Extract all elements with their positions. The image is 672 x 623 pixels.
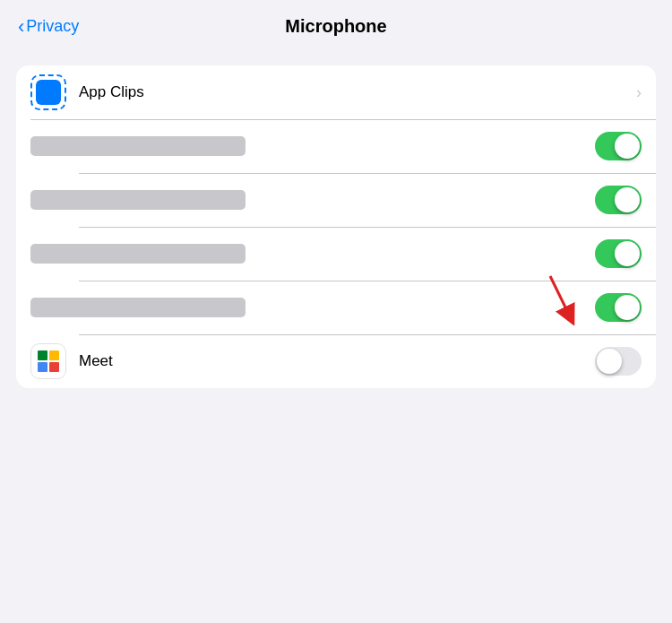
- toggle-knob-4: [615, 295, 640, 320]
- meet-app-icon: [30, 343, 66, 379]
- back-button[interactable]: ‹ Privacy: [18, 17, 79, 37]
- svg-rect-1: [38, 350, 47, 360]
- app-name-placeholder-2: [30, 190, 246, 210]
- app-name-placeholder-1: [30, 136, 246, 156]
- toggle-app-2[interactable]: [595, 186, 642, 214]
- settings-card: App Clips ›: [16, 65, 656, 388]
- app-row-3: [16, 227, 656, 281]
- chevron-left-icon: ‹: [18, 17, 24, 37]
- app-name-placeholder-3: [30, 244, 246, 264]
- navigation-header: ‹ Privacy Microphone: [0, 0, 672, 49]
- toggle-knob-1: [615, 134, 640, 159]
- toggle-meet[interactable]: [595, 347, 642, 376]
- toggle-app-4[interactable]: [595, 293, 642, 322]
- toggle-knob-3: [615, 241, 640, 266]
- svg-rect-4: [49, 362, 59, 372]
- app-name-placeholder-4: [30, 298, 246, 317]
- back-label: Privacy: [26, 17, 79, 36]
- svg-rect-3: [38, 362, 47, 372]
- toggle-app-3[interactable]: [595, 239, 642, 268]
- meet-label: Meet: [79, 352, 595, 370]
- app-clips-icon: [30, 74, 66, 110]
- meet-row: Meet: [16, 334, 656, 388]
- app-row-2: [16, 173, 656, 227]
- app-clips-row[interactable]: App Clips ›: [16, 65, 656, 119]
- toggle-app-1[interactable]: [595, 132, 642, 160]
- svg-line-0: [550, 276, 570, 316]
- toggle-knob-2: [615, 187, 640, 212]
- app-row-4: [16, 281, 656, 334]
- page-title: Microphone: [285, 16, 386, 37]
- app-row-1: [16, 119, 656, 173]
- app-clips-icon-inner: [36, 80, 61, 105]
- svg-rect-2: [49, 350, 59, 360]
- app-clips-label: App Clips: [79, 83, 629, 101]
- chevron-right-icon: ›: [636, 83, 642, 102]
- toggle-knob-meet: [597, 349, 622, 374]
